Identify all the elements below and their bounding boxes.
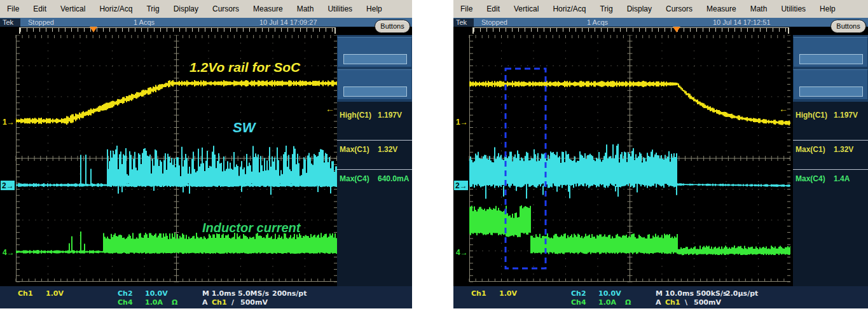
ch1-scale: 1.0V xyxy=(46,289,64,298)
menu-trig[interactable]: Trig xyxy=(593,4,619,13)
ch4-coupling-ohm-icon: Ω xyxy=(625,298,631,307)
trigger-position-marker[interactable] xyxy=(90,27,97,32)
soft-menu-field[interactable] xyxy=(799,54,863,64)
menu-utilities[interactable]: Utilities xyxy=(320,4,359,13)
measurement-label: High(C1) xyxy=(796,111,827,120)
menu-help[interactable]: Help xyxy=(813,4,843,13)
timebase-readout: M 10.0ms 500kS/s xyxy=(656,289,727,298)
menu-edit[interactable]: Edit xyxy=(26,4,53,13)
trigger-slope-icon: / xyxy=(231,298,234,307)
trigger-source: Ch1 xyxy=(665,298,680,307)
measurement-row: Max(C1) 1.32V xyxy=(793,145,868,155)
measurement-value: 640.0mA xyxy=(378,174,409,183)
ch4-scale: 1.0A xyxy=(598,298,616,307)
menu-horiz-acq[interactable]: Horiz/Acq xyxy=(92,4,139,13)
channel1-marker[interactable]: 1→ xyxy=(3,118,15,127)
trigger-prefix: A xyxy=(656,298,661,307)
measurement-value: 1.197V xyxy=(834,111,858,120)
separator xyxy=(793,140,868,141)
measurement-row: Max(C4) 640.0mA xyxy=(337,174,412,184)
menu-display[interactable]: Display xyxy=(167,4,205,13)
measurement-row: Max(C4) 1.4A xyxy=(793,174,868,184)
acquisition-state: Stopped xyxy=(481,18,507,26)
ch4-label: Ch4 xyxy=(571,298,586,307)
menu-help[interactable]: Help xyxy=(359,4,389,13)
soft-menu-button[interactable] xyxy=(793,69,868,100)
menu-display[interactable]: Display xyxy=(620,4,659,13)
ch2-scale: 10.0V xyxy=(145,289,168,298)
datetime: 10 Jul 14 17:12:51 xyxy=(713,18,771,26)
soft-menu-button[interactable] xyxy=(793,37,868,67)
acquisition-count: 1 Acqs xyxy=(134,18,155,26)
channel1-marker[interactable]: 1→ xyxy=(456,118,468,127)
side-menu-panel: High(C1) 1.197V Max(C1) 1.32V Max(C4) 64… xyxy=(337,35,412,286)
measurement-readouts: High(C1) 1.197V Max(C1) 1.32V Max(C4) 64… xyxy=(337,102,412,286)
ch1-scale: 1.0V xyxy=(499,289,517,298)
channel4-marker[interactable]: 4→ xyxy=(456,248,468,257)
datetime: 10 Jul 14 17:09:27 xyxy=(259,18,317,26)
ch1-label: Ch1 xyxy=(471,289,486,298)
measurement-value: 1.32V xyxy=(834,145,853,154)
status-bar: Tek Stopped 1 Acqs 10 Jul 14 17:09:27 xyxy=(0,18,412,27)
menu-vertical[interactable]: Vertical xyxy=(53,4,92,13)
menu-utilities[interactable]: Utilities xyxy=(774,4,813,13)
measurement-ref-arrow-icon: ← xyxy=(779,104,788,114)
tek-logo: Tek xyxy=(0,18,20,27)
menu-bar: File Edit Vertical Horiz/Acq Trig Displa… xyxy=(0,0,412,18)
record-view-ruler[interactable] xyxy=(19,27,336,34)
soft-menu-field[interactable] xyxy=(343,86,407,97)
trigger-level: 500mV xyxy=(694,298,721,307)
ch1-label: Ch1 xyxy=(18,289,33,298)
menu-cursors[interactable]: Cursors xyxy=(659,4,699,13)
measurement-label: Max(C4) xyxy=(796,174,825,183)
annotation-sw-label: SW xyxy=(233,120,257,135)
horizontal-position-strip xyxy=(453,27,868,35)
menu-math[interactable]: Math xyxy=(743,4,775,13)
status-bar: Tek Stopped 1 Acqs 10 Jul 14 17:12:51 xyxy=(453,18,868,27)
trigger-level: 500mV xyxy=(240,298,268,307)
trigger-prefix: A xyxy=(202,298,208,307)
menu-file[interactable]: File xyxy=(0,4,26,13)
measurement-label: Max(C4) xyxy=(340,174,369,183)
measurement-ref-arrow-icon: ← xyxy=(326,104,334,114)
menu-cursors[interactable]: Cursors xyxy=(205,4,246,13)
oscilloscope-capture-1: File Edit Vertical Horiz/Acq Trig Displa… xyxy=(0,0,412,308)
menu-edit[interactable]: Edit xyxy=(479,4,507,13)
annotation-rail-label: 1.2Vo rail for SoC xyxy=(189,60,301,74)
oscilloscope-capture-2: File Edit Vertical Horiz/Acq Trig Displa… xyxy=(453,0,868,308)
separator xyxy=(337,169,412,170)
channel4-marker[interactable]: 4→ xyxy=(3,248,15,257)
channel2-marker[interactable]: 2→ xyxy=(455,181,467,190)
trigger-position-marker[interactable] xyxy=(673,27,680,32)
separator xyxy=(793,169,868,170)
menu-file[interactable]: File xyxy=(453,4,479,13)
menu-math[interactable]: Math xyxy=(290,4,321,13)
soft-menu-button[interactable] xyxy=(337,37,412,67)
ch2-scale: 10.0V xyxy=(598,289,621,298)
measurement-value: 1.197V xyxy=(378,111,402,120)
menu-vertical[interactable]: Vertical xyxy=(507,4,546,13)
measurement-label: High(C1) xyxy=(340,111,371,120)
buttons-button[interactable]: Buttons xyxy=(830,20,866,33)
soft-menu-field[interactable] xyxy=(799,86,863,97)
ch4-scale: 1.0A xyxy=(145,298,163,307)
menu-horiz-acq[interactable]: Horiz/Acq xyxy=(546,4,593,13)
separator xyxy=(337,140,412,141)
soft-menu-field[interactable] xyxy=(343,54,407,64)
tek-logo: Tek xyxy=(453,18,474,27)
buttons-button[interactable]: Buttons xyxy=(375,20,410,33)
resolution-readout: 2.0µs/pt xyxy=(726,289,758,298)
timebase-readout: M 1.0ms 5.0MS/s xyxy=(202,289,269,298)
horizontal-position-strip xyxy=(0,27,412,35)
ch2-label: Ch2 xyxy=(118,289,133,298)
measurement-label: Max(C1) xyxy=(796,145,825,154)
menu-measure[interactable]: Measure xyxy=(246,4,290,13)
channel2-marker[interactable]: 2→ xyxy=(2,181,14,190)
record-view-ruler[interactable] xyxy=(472,27,789,34)
menu-measure[interactable]: Measure xyxy=(699,4,743,13)
menu-trig[interactable]: Trig xyxy=(139,4,166,13)
soft-menu-button[interactable] xyxy=(337,69,412,100)
trigger-slope-icon: \ xyxy=(685,298,687,307)
menu-bar: File Edit Vertical Horiz/Acq Trig Displa… xyxy=(453,0,868,18)
annotation-inductor-label: Inductor current xyxy=(202,221,301,235)
